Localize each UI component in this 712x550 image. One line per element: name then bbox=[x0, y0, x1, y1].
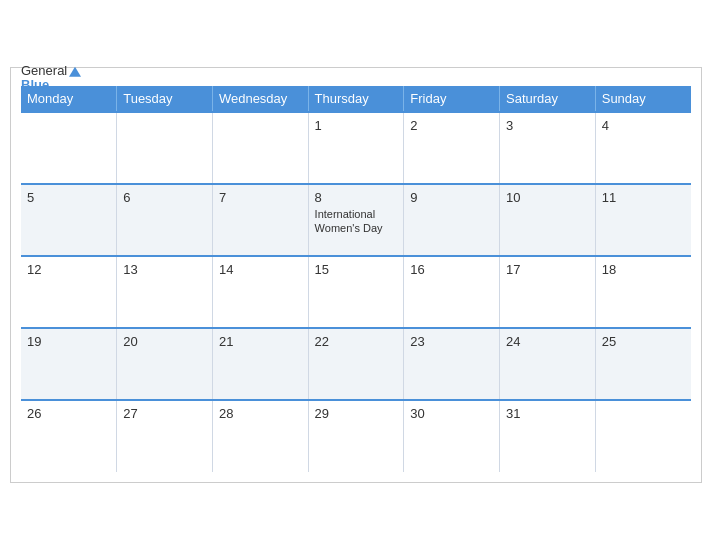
logo-triangle-icon bbox=[69, 66, 81, 76]
day-number: 24 bbox=[506, 334, 589, 349]
day-number: 10 bbox=[506, 190, 589, 205]
calendar-cell bbox=[212, 112, 308, 184]
weekday-header-row: MondayTuesdayWednesdayThursdayFridaySatu… bbox=[21, 86, 691, 112]
day-number: 5 bbox=[27, 190, 110, 205]
calendar-cell: 9 bbox=[404, 184, 500, 256]
weekday-header-wednesday: Wednesday bbox=[212, 86, 308, 112]
day-number: 12 bbox=[27, 262, 110, 277]
day-number: 29 bbox=[315, 406, 398, 421]
calendar-cell: 6 bbox=[117, 184, 213, 256]
weekday-header-tuesday: Tuesday bbox=[117, 86, 213, 112]
logo-blue-text: Blue bbox=[21, 78, 49, 92]
weekday-header-saturday: Saturday bbox=[500, 86, 596, 112]
day-number: 25 bbox=[602, 334, 685, 349]
day-number: 27 bbox=[123, 406, 206, 421]
day-number: 31 bbox=[506, 406, 589, 421]
weekday-header-friday: Friday bbox=[404, 86, 500, 112]
calendar-cell: 14 bbox=[212, 256, 308, 328]
calendar-container: General Blue MondayTuesdayWednesdayThurs… bbox=[10, 67, 702, 483]
day-number: 18 bbox=[602, 262, 685, 277]
calendar-cell: 27 bbox=[117, 400, 213, 472]
calendar-cell: 3 bbox=[500, 112, 596, 184]
day-number: 9 bbox=[410, 190, 493, 205]
day-number: 23 bbox=[410, 334, 493, 349]
calendar-week-row: 5678International Women's Day91011 bbox=[21, 184, 691, 256]
day-number: 16 bbox=[410, 262, 493, 277]
calendar-cell: 24 bbox=[500, 328, 596, 400]
day-number: 15 bbox=[315, 262, 398, 277]
calendar-cell: 30 bbox=[404, 400, 500, 472]
weekday-header-sunday: Sunday bbox=[595, 86, 691, 112]
calendar-cell: 2 bbox=[404, 112, 500, 184]
day-number: 30 bbox=[410, 406, 493, 421]
calendar-cell: 12 bbox=[21, 256, 117, 328]
day-number: 21 bbox=[219, 334, 302, 349]
logo-general-text: General bbox=[21, 64, 81, 78]
calendar-cell: 31 bbox=[500, 400, 596, 472]
calendar-week-row: 19202122232425 bbox=[21, 328, 691, 400]
calendar-cell: 29 bbox=[308, 400, 404, 472]
calendar-cell: 10 bbox=[500, 184, 596, 256]
calendar-week-row: 1234 bbox=[21, 112, 691, 184]
calendar-week-row: 262728293031 bbox=[21, 400, 691, 472]
calendar-cell: 16 bbox=[404, 256, 500, 328]
calendar-cell: 26 bbox=[21, 400, 117, 472]
calendar-cell: 13 bbox=[117, 256, 213, 328]
calendar-cell bbox=[117, 112, 213, 184]
holiday-label: International Women's Day bbox=[315, 207, 398, 236]
calendar-cell: 28 bbox=[212, 400, 308, 472]
calendar-cell: 23 bbox=[404, 328, 500, 400]
day-number: 17 bbox=[506, 262, 589, 277]
calendar-cell bbox=[21, 112, 117, 184]
calendar-cell: 18 bbox=[595, 256, 691, 328]
calendar-cell: 20 bbox=[117, 328, 213, 400]
calendar-cell bbox=[595, 400, 691, 472]
day-number: 28 bbox=[219, 406, 302, 421]
calendar-cell: 22 bbox=[308, 328, 404, 400]
calendar-cell: 4 bbox=[595, 112, 691, 184]
day-number: 20 bbox=[123, 334, 206, 349]
calendar-cell: 8International Women's Day bbox=[308, 184, 404, 256]
calendar-cell: 19 bbox=[21, 328, 117, 400]
day-number: 13 bbox=[123, 262, 206, 277]
day-number: 14 bbox=[219, 262, 302, 277]
calendar-cell: 7 bbox=[212, 184, 308, 256]
calendar-cell: 25 bbox=[595, 328, 691, 400]
day-number: 11 bbox=[602, 190, 685, 205]
day-number: 3 bbox=[506, 118, 589, 133]
day-number: 26 bbox=[27, 406, 110, 421]
day-number: 6 bbox=[123, 190, 206, 205]
day-number: 22 bbox=[315, 334, 398, 349]
day-number: 8 bbox=[315, 190, 398, 205]
day-number: 4 bbox=[602, 118, 685, 133]
calendar-cell: 5 bbox=[21, 184, 117, 256]
day-number: 1 bbox=[315, 118, 398, 133]
weekday-header-thursday: Thursday bbox=[308, 86, 404, 112]
day-number: 19 bbox=[27, 334, 110, 349]
calendar-week-row: 12131415161718 bbox=[21, 256, 691, 328]
calendar-cell: 15 bbox=[308, 256, 404, 328]
calendar-cell: 17 bbox=[500, 256, 596, 328]
calendar-table: MondayTuesdayWednesdayThursdayFridaySatu… bbox=[21, 86, 691, 472]
day-number: 2 bbox=[410, 118, 493, 133]
calendar-cell: 11 bbox=[595, 184, 691, 256]
calendar-cell: 21 bbox=[212, 328, 308, 400]
day-number: 7 bbox=[219, 190, 302, 205]
calendar-cell: 1 bbox=[308, 112, 404, 184]
logo: General Blue bbox=[21, 64, 81, 93]
